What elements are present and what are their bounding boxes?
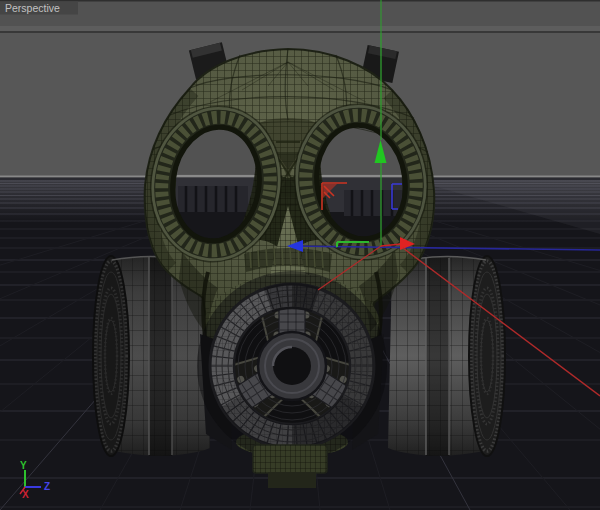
- svg-text:X: X: [22, 489, 29, 500]
- svg-text:Y: Y: [20, 460, 27, 471]
- svg-text:Z: Z: [44, 481, 50, 492]
- svg-text:Perspective: Perspective: [5, 2, 60, 14]
